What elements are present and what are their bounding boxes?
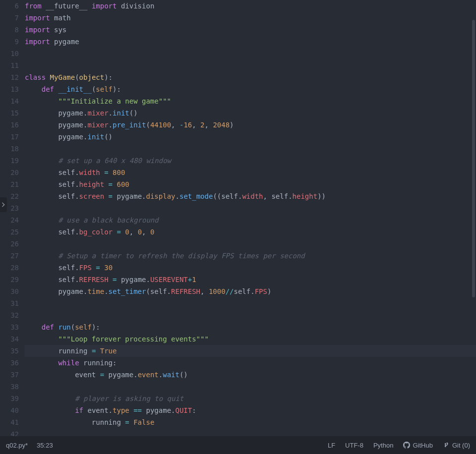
- line-number: 28: [0, 262, 19, 274]
- status-filename[interactable]: q02.py*: [6, 442, 28, 449]
- status-cursor-position[interactable]: 35:23: [37, 442, 53, 449]
- github-icon: [403, 442, 410, 449]
- code-line[interactable]: from __future__ import division: [25, 0, 476, 12]
- code-line[interactable]: import math: [25, 12, 476, 24]
- code-line[interactable]: import pygame: [25, 36, 476, 48]
- code-line[interactable]: [25, 202, 476, 214]
- code-line[interactable]: def __init__(self):: [25, 83, 476, 95]
- line-number-gutter: 6789101112131415161718192021222324252627…: [0, 0, 25, 436]
- code-line[interactable]: class MyGame(object):: [25, 71, 476, 83]
- line-number: 36: [0, 357, 19, 369]
- vertical-scrollbar[interactable]: [472, 20, 475, 297]
- line-number: 20: [0, 167, 19, 178]
- status-bar: q02.py* 35:23 LF UTF-8 Python GitHub Git…: [0, 436, 476, 454]
- line-number: 10: [0, 48, 19, 59]
- line-number: 37: [0, 369, 19, 381]
- code-line[interactable]: pygame.init(): [25, 131, 476, 143]
- sidebar-expand-toggle[interactable]: [0, 197, 7, 212]
- code-line[interactable]: """Loop forever processing events""": [25, 333, 476, 345]
- line-number: 19: [0, 155, 19, 167]
- code-line[interactable]: if event.type == pygame.QUIT:: [25, 404, 476, 416]
- line-number: 33: [0, 321, 19, 333]
- code-line[interactable]: """Initialize a new game""": [25, 95, 476, 107]
- code-line[interactable]: def run(self):: [25, 321, 476, 333]
- status-git[interactable]: Git (0): [443, 442, 470, 449]
- code-line[interactable]: pygame.mixer.pre_init(44100, -16, 2, 204…: [25, 119, 476, 131]
- line-number: 16: [0, 119, 19, 131]
- line-number: 26: [0, 238, 19, 250]
- code-line[interactable]: [25, 381, 476, 393]
- code-line[interactable]: self.REFRESH = pygame.USEREVENT+1: [25, 274, 476, 285]
- code-line[interactable]: self.screen = pygame.display.set_mode((s…: [25, 190, 476, 202]
- line-number: 9: [0, 36, 19, 48]
- status-encoding[interactable]: UTF-8: [345, 442, 363, 449]
- line-number: 35: [0, 345, 19, 357]
- code-line[interactable]: self.width = 800: [25, 167, 476, 178]
- code-line[interactable]: # player is asking to quit: [25, 393, 476, 404]
- code-line[interactable]: pygame.time.set_timer(self.REFRESH, 1000…: [25, 285, 476, 297]
- code-line[interactable]: [25, 48, 476, 59]
- status-github-label: GitHub: [413, 442, 432, 449]
- line-number: 40: [0, 404, 19, 416]
- line-number: 14: [0, 95, 19, 107]
- line-number: 15: [0, 107, 19, 119]
- git-branch-icon: [443, 442, 450, 449]
- status-git-label: Git (0): [452, 442, 470, 449]
- code-line[interactable]: running = True: [25, 345, 476, 357]
- code-line[interactable]: [25, 238, 476, 250]
- line-number: 27: [0, 250, 19, 262]
- code-line[interactable]: while running:: [25, 357, 476, 369]
- code-line[interactable]: self.bg_color = 0, 0, 0: [25, 226, 476, 238]
- code-line[interactable]: [25, 309, 476, 321]
- code-line[interactable]: self.height = 600: [25, 178, 476, 190]
- line-number: 34: [0, 333, 19, 345]
- code-line[interactable]: [25, 59, 476, 71]
- code-line[interactable]: # set up a 640 x 480 window: [25, 155, 476, 167]
- line-number: 13: [0, 83, 19, 95]
- code-line[interactable]: # use a black background: [25, 214, 476, 226]
- code-line[interactable]: running = False: [25, 416, 476, 428]
- editor-area[interactable]: 6789101112131415161718192021222324252627…: [0, 0, 476, 436]
- line-number: 17: [0, 131, 19, 143]
- line-number: 30: [0, 285, 19, 297]
- line-number: 6: [0, 0, 19, 12]
- code-line[interactable]: import sys: [25, 24, 476, 36]
- line-number: 8: [0, 24, 19, 36]
- status-language[interactable]: Python: [373, 442, 393, 449]
- line-number: 21: [0, 178, 19, 190]
- chevron-right-icon: [1, 202, 5, 207]
- code-line[interactable]: [25, 297, 476, 309]
- line-number: 31: [0, 297, 19, 309]
- code-line[interactable]: pygame.mixer.init(): [25, 107, 476, 119]
- code-line[interactable]: [25, 428, 476, 436]
- line-number: 12: [0, 71, 19, 83]
- line-number: 39: [0, 393, 19, 404]
- code-line[interactable]: event = pygame.event.wait(): [25, 369, 476, 381]
- line-number: 7: [0, 12, 19, 24]
- code-line[interactable]: self.FPS = 30: [25, 262, 476, 274]
- line-number: 29: [0, 274, 19, 285]
- line-number: 25: [0, 226, 19, 238]
- code-text-area[interactable]: from __future__ import divisionimport ma…: [25, 0, 476, 436]
- line-number: 24: [0, 214, 19, 226]
- status-line-endings[interactable]: LF: [328, 442, 335, 449]
- line-number: 38: [0, 381, 19, 393]
- code-line[interactable]: [25, 143, 476, 155]
- line-number: 11: [0, 59, 19, 71]
- status-github[interactable]: GitHub: [403, 442, 432, 449]
- line-number: 41: [0, 416, 19, 428]
- line-number: 32: [0, 309, 19, 321]
- line-number: 18: [0, 143, 19, 155]
- code-line[interactable]: # Setup a timer to refresh the display F…: [25, 250, 476, 262]
